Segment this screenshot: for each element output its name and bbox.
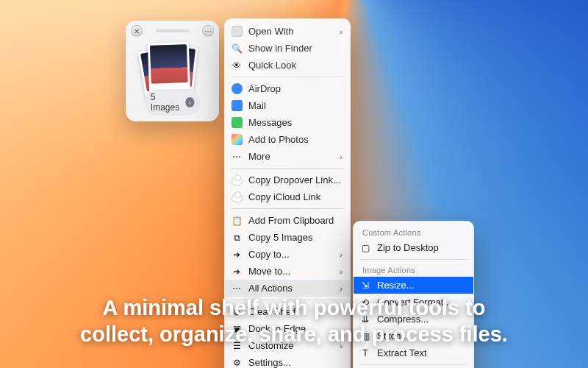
chevron-right-icon: › bbox=[340, 267, 343, 276]
airdrop-icon bbox=[231, 83, 243, 95]
menu-item-label: Resize... bbox=[377, 280, 466, 291]
menu-item-copy-images[interactable]: ⧉ Copy 5 Images bbox=[225, 229, 350, 246]
menu-item-label: Zip to Desktop bbox=[377, 242, 466, 253]
menu-item-copy-dropover-link[interactable]: Copy Dropover Link... bbox=[225, 171, 350, 188]
menu-item-open-with[interactable]: Open With › bbox=[225, 23, 350, 40]
menu-separator bbox=[231, 77, 344, 77]
ellipsis-icon: ⋯ bbox=[231, 151, 243, 163]
menu-item-label: AirDrop bbox=[248, 83, 343, 94]
menu-item-label: Move to... bbox=[248, 266, 334, 277]
menu-separator bbox=[231, 168, 344, 169]
image-thumbnail bbox=[147, 42, 190, 95]
menu-item-label: Mail bbox=[248, 100, 343, 111]
menu-item-add-to-photos[interactable]: Add to Photos bbox=[225, 131, 350, 148]
chevron-right-icon: › bbox=[340, 250, 343, 259]
menu-item-label: All Actions bbox=[248, 283, 334, 294]
text-icon: T bbox=[359, 347, 371, 359]
copy-icon: ⧉ bbox=[231, 232, 243, 244]
menu-item-label: Add From Clipboard bbox=[248, 215, 343, 226]
cloud-icon bbox=[231, 174, 243, 186]
item-count-badge[interactable]: 5 Images › bbox=[145, 89, 200, 116]
shelf-panel[interactable]: ✕ ⋯ 5 Images › bbox=[126, 21, 219, 121]
menu-item-copy-icloud-link[interactable]: Copy iCloud Link bbox=[225, 188, 350, 205]
marketing-tagline: A minimal shelf with powerful tools to c… bbox=[0, 294, 588, 348]
finder-icon: 🔍 bbox=[231, 43, 243, 54]
menu-item-quick-look[interactable]: 👁 Quick Look bbox=[225, 57, 350, 74]
chevron-right-icon: › bbox=[185, 97, 194, 107]
menu-item-settings[interactable]: ⚙ Settings... bbox=[225, 354, 350, 368]
folder-arrow-icon: ➜ bbox=[231, 249, 243, 261]
menu-item-label: Show in Finder bbox=[248, 43, 343, 54]
chevron-right-icon: › bbox=[340, 27, 343, 36]
submenu-section-header: Image Actions bbox=[354, 263, 473, 277]
drag-handle-icon[interactable] bbox=[156, 29, 189, 32]
tagline-line: A minimal shelf with powerful tools to bbox=[18, 294, 570, 321]
menu-item-messages[interactable]: Messages bbox=[225, 114, 350, 131]
app-screenshot: ✕ ⋯ 5 Images › Open With › 🔍 Show in Fin… bbox=[0, 0, 588, 368]
shelf-titlebar: ✕ ⋯ bbox=[126, 25, 219, 37]
move-icon: ➜ bbox=[231, 266, 243, 277]
item-count-label: 5 Images bbox=[151, 92, 182, 113]
menu-item-airdrop[interactable]: AirDrop bbox=[225, 80, 350, 97]
submenu-section-header: Custom Actions bbox=[354, 225, 473, 239]
icloud-icon bbox=[231, 191, 243, 203]
menu-item-label: Quick Look bbox=[248, 60, 343, 71]
menu-item-mail[interactable]: Mail bbox=[225, 97, 350, 114]
submenu-item-zip-to-desktop[interactable]: ▢ Zip to Desktop bbox=[354, 239, 473, 256]
more-button[interactable]: ⋯ bbox=[202, 25, 214, 37]
eye-icon: 👁 bbox=[231, 60, 243, 71]
menu-separator bbox=[359, 259, 467, 260]
menu-item-label: More bbox=[248, 151, 334, 162]
app-icon bbox=[231, 26, 243, 38]
menu-separator bbox=[231, 208, 344, 209]
menu-item-label: Add to Photos bbox=[248, 134, 343, 145]
ellipsis-icon: ⋯ bbox=[231, 283, 243, 294]
menu-item-label: Copy Dropover Link... bbox=[248, 174, 343, 185]
menu-item-move-to[interactable]: ➜ Move to... › bbox=[225, 263, 350, 280]
messages-icon bbox=[231, 117, 243, 129]
gear-icon: ⚙ bbox=[231, 357, 243, 369]
menu-item-label: Messages bbox=[248, 117, 343, 128]
tagline-line: collect, organize, share, and process fi… bbox=[18, 321, 570, 347]
menu-item-show-in-finder[interactable]: 🔍 Show in Finder bbox=[225, 40, 350, 57]
menu-separator bbox=[359, 364, 467, 365]
resize-icon: ⇲ bbox=[359, 280, 371, 291]
menu-item-add-from-clipboard[interactable]: 📋 Add From Clipboard bbox=[225, 212, 350, 229]
menu-item-label: Extract Text bbox=[377, 347, 466, 358]
clipboard-icon: 📋 bbox=[231, 215, 243, 227]
submenu-item-resize[interactable]: ⇲ Resize... bbox=[354, 277, 473, 294]
chevron-right-icon: › bbox=[340, 152, 343, 161]
menu-item-label: Copy to... bbox=[248, 249, 334, 260]
menu-item-more[interactable]: ⋯ More › bbox=[225, 148, 350, 165]
menu-item-label: Settings... bbox=[248, 357, 343, 368]
photos-icon bbox=[231, 134, 243, 146]
menu-item-label: Copy 5 Images bbox=[248, 232, 343, 243]
close-button[interactable]: ✕ bbox=[131, 25, 143, 37]
menu-item-label: Copy iCloud Link bbox=[248, 191, 343, 202]
mail-icon bbox=[231, 100, 243, 112]
archive-icon: ▢ bbox=[359, 242, 371, 254]
menu-item-label: Open With bbox=[248, 26, 334, 37]
chevron-right-icon: › bbox=[340, 284, 343, 293]
menu-item-copy-to[interactable]: ➜ Copy to... › bbox=[225, 246, 350, 263]
